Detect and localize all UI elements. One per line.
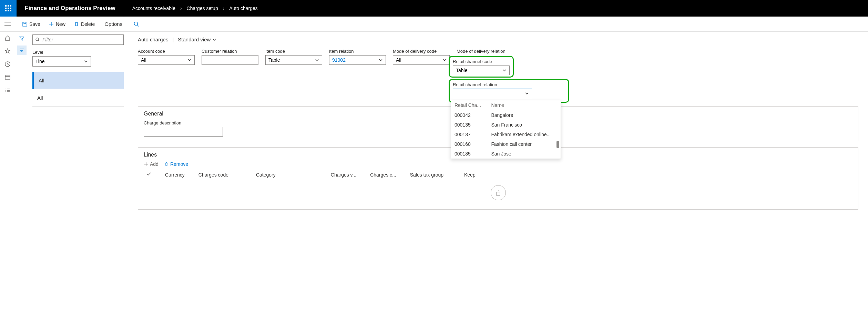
dropdown-col-code[interactable]: Retail Cha... (451, 100, 488, 110)
check-icon[interactable] (146, 172, 151, 178)
empty-state (144, 180, 852, 205)
col-sales-tax-group[interactable]: Sales tax group (410, 172, 443, 178)
level-label: Level (32, 50, 124, 55)
list-item[interactable]: All (32, 72, 124, 89)
breadcrumb-item[interactable]: Auto charges (229, 6, 258, 11)
svg-point-5 (6, 89, 6, 89)
mode-of-delivery-relation-label: Mode of delivery relation (457, 49, 513, 54)
filter-input[interactable] (32, 34, 124, 45)
dropdown-cell-name: San Francisco (488, 120, 561, 130)
scrollbar-thumb[interactable] (556, 141, 559, 148)
funnel-icon (19, 36, 24, 41)
svg-rect-4 (5, 75, 10, 79)
dropdown-cell-code: 000135 (451, 120, 488, 130)
dropdown-cell-code: 000137 (451, 130, 488, 139)
modules-button[interactable] (4, 87, 11, 94)
svg-rect-0 (23, 22, 27, 26)
svg-point-2 (134, 22, 138, 25)
dropdown-row[interactable]: 000135San Francisco (451, 120, 561, 130)
trash-icon (164, 162, 169, 167)
filter-list-button[interactable] (17, 46, 27, 55)
favorites-button[interactable] (4, 48, 11, 54)
content-header: Auto charges | Standard view (138, 37, 858, 42)
dropdown-cell-code: 000160 (451, 139, 488, 149)
dropdown-cell-name: Fabrikam extended online... (488, 130, 561, 139)
list-panel: Level Line All All (28, 32, 128, 321)
new-button[interactable]: New (44, 17, 70, 31)
dropdown-row[interactable]: 000042Bangalore (451, 110, 561, 120)
home-button[interactable] (4, 34, 11, 41)
col-keep[interactable]: Keep (464, 172, 476, 178)
col-charges-code[interactable]: Charges code (198, 172, 228, 178)
retail-channel-code-select[interactable]: Table (453, 66, 510, 75)
empty-icon (491, 185, 506, 200)
add-line-button[interactable]: Add (144, 161, 159, 167)
star-icon (4, 48, 11, 54)
retail-channel-code-label: Retail channel code (453, 59, 510, 64)
svg-rect-1 (24, 22, 26, 23)
plus-icon (144, 162, 149, 167)
options-button[interactable]: Options (99, 17, 128, 31)
level-select[interactable]: Line (32, 56, 91, 67)
workspace-icon (4, 74, 11, 80)
search-button[interactable] (128, 17, 145, 31)
dropdown-cell-name: Bangalore (488, 110, 561, 120)
filter-funnel-button[interactable] (17, 34, 27, 43)
plus-icon (49, 21, 54, 27)
save-icon (22, 21, 28, 27)
record-list: All All (32, 72, 124, 107)
filter-rail (15, 32, 28, 321)
mode-of-delivery-code-select[interactable]: All (393, 55, 450, 65)
svg-rect-9 (497, 192, 500, 195)
clock-icon (4, 61, 11, 67)
customer-relation-label: Customer relation (202, 49, 258, 54)
customer-relation-input[interactable] (202, 55, 258, 65)
breadcrumb-item[interactable]: Charges setup (187, 6, 218, 11)
remove-line-button[interactable]: Remove (164, 161, 188, 167)
retail-channel-code-highlight: Retail channel code Table (449, 56, 514, 78)
dropdown-row[interactable]: 000137Fabrikam extended online... (451, 130, 561, 139)
list-icon (4, 87, 11, 93)
lines-grid-header: Currency Charges code Category Charges v… (144, 170, 852, 180)
content-pane: Auto charges | Standard view Account cod… (128, 32, 868, 321)
item-code-label: Item code (265, 49, 322, 54)
dropdown-cell-name: Fashion call center (488, 139, 561, 149)
charge-description-input[interactable] (144, 127, 223, 137)
page-title: Auto charges (138, 37, 168, 42)
chevron-right-icon: › (180, 6, 182, 11)
dropdown-cell-code: 000185 (451, 149, 488, 159)
action-toolbar: Save New Delete Options (0, 17, 868, 32)
view-selector[interactable]: Standard view (178, 37, 216, 42)
retail-channel-relation-select[interactable] (453, 89, 532, 98)
col-charges-c[interactable]: Charges c... (370, 172, 396, 178)
delete-button[interactable]: Delete (70, 17, 99, 31)
col-charges-value[interactable]: Charges v... (331, 172, 356, 178)
app-launcher-button[interactable] (0, 0, 17, 17)
item-relation-select[interactable]: 91002 (329, 55, 386, 65)
col-currency[interactable]: Currency (165, 172, 185, 178)
item-code-select[interactable]: Table (265, 55, 322, 65)
svg-point-7 (6, 91, 6, 92)
retail-channel-dropdown: Retail Cha... Name 000042Bangalore000135… (451, 100, 561, 159)
list-item[interactable]: All (32, 89, 124, 107)
home-icon (4, 35, 11, 41)
main-layout: Level Line All All Auto charges | Standa… (0, 32, 868, 321)
svg-point-6 (6, 90, 6, 91)
account-code-select[interactable]: All (138, 55, 195, 65)
recent-button[interactable] (4, 61, 11, 68)
dropdown-cell-code: 000042 (451, 110, 488, 120)
dropdown-row[interactable]: 000185San Jose (451, 149, 561, 159)
trash-icon (74, 21, 79, 27)
col-category[interactable]: Category (256, 172, 276, 178)
dropdown-col-name[interactable]: Name (488, 100, 561, 110)
item-relation-label: Item relation (329, 49, 386, 54)
dropdown-row[interactable]: 000160Fashion call center (451, 139, 561, 149)
breadcrumb-item[interactable]: Accounts receivable (132, 6, 175, 11)
lines-toolbar: Add Remove (144, 161, 852, 167)
save-button[interactable]: Save (18, 17, 44, 31)
top-bar: Finance and Operations Preview Accounts … (0, 0, 868, 17)
navigation-rail (0, 32, 15, 321)
workspaces-button[interactable] (4, 74, 11, 81)
search-icon (35, 37, 40, 42)
nav-toggle-button[interactable] (0, 17, 15, 32)
